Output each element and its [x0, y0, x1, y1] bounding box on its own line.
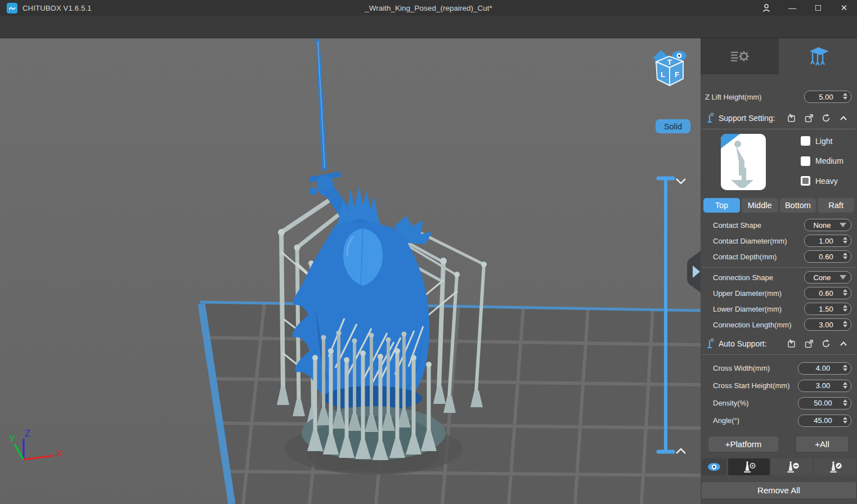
delete-support-button[interactable]	[771, 458, 813, 475]
close-button[interactable]: ✕	[831, 0, 857, 16]
tab-top[interactable]: Top	[703, 198, 740, 213]
add-platform-supports-button[interactable]: +Platform	[708, 436, 778, 452]
view-cube[interactable]: T L F	[656, 56, 683, 86]
z-lift-row: Z Lift Height(mm) 5.00	[701, 89, 857, 105]
field-row: Contact Diameter(mm) 1.00	[701, 233, 857, 249]
field-row: Contact Shape None	[701, 217, 857, 233]
panel-tab-bar	[701, 38, 857, 74]
edit-support-button[interactable]	[814, 458, 856, 475]
upper-diameter-input[interactable]: 0.60	[804, 287, 851, 299]
remove-all-button[interactable]: Remove All	[702, 482, 856, 498]
tab-middle[interactable]: Middle	[742, 198, 778, 213]
divider	[702, 267, 856, 268]
contact-depth-input[interactable]: 0.60	[804, 250, 851, 263]
view-cube-top-label: T	[667, 58, 672, 66]
spinner-arrows[interactable]	[843, 399, 847, 406]
tab-bottom[interactable]: Bottom	[780, 198, 816, 213]
add-all-supports-button[interactable]: +All	[796, 436, 848, 452]
collapse-section-icon[interactable]	[837, 338, 850, 349]
checkbox-heavy[interactable]	[801, 176, 810, 186]
field-row: Cross Start Height(mm) 3.00	[701, 377, 857, 394]
title-bar: CHITUBOX V1.6.5.1 _Wraith_King_Posed_(re…	[0, 0, 857, 16]
support-section-icon	[706, 338, 714, 349]
lower-diameter-input[interactable]: 1.50	[804, 303, 851, 315]
support-preview-image	[721, 134, 766, 190]
cross-width-input[interactable]: 4.00	[798, 362, 851, 375]
field-row: Cross Width(mm) 4.00	[701, 359, 857, 377]
field-row: Connection Shape Cone	[701, 269, 857, 285]
tab-settings[interactable]	[701, 38, 779, 74]
cross-start-height-input[interactable]: 3.00	[798, 380, 851, 392]
connection-length-input[interactable]: 3.00	[804, 318, 851, 331]
density-option-light[interactable]: Light	[801, 136, 843, 146]
add-support-button[interactable]	[728, 458, 770, 475]
spinner-arrows[interactable]	[843, 289, 847, 296]
spinner-arrows[interactable]	[843, 93, 847, 100]
document-title: _Wraith_King_Posed_(repaired)_Cut*	[365, 4, 492, 12]
render-mode-solid-button[interactable]: Solid	[656, 119, 690, 133]
chitubox-logo-icon	[7, 3, 17, 14]
connection-shape-dropdown[interactable]: Cone	[804, 271, 851, 284]
support-part-tabs: Top Middle Bottom Raft	[703, 198, 854, 213]
field-row: Contact Depth(mm) 0.60	[701, 249, 857, 264]
reset-settings-button[interactable]	[819, 112, 833, 124]
spinner-arrows[interactable]	[843, 305, 847, 312]
import-settings-button[interactable]	[784, 112, 798, 124]
reset-settings-button[interactable]	[819, 338, 833, 349]
axis-x-label: X	[56, 449, 62, 458]
user-account-icon[interactable]	[753, 0, 779, 16]
import-settings-button[interactable]	[784, 338, 798, 349]
viewport-3d-scene[interactable]: T L F Z Y X	[0, 38, 701, 504]
tab-raft[interactable]: Raft	[818, 198, 854, 213]
support-panel: Z Lift Height(mm) 5.00 Support Setting:	[701, 38, 857, 504]
axis-z-label: Z	[25, 429, 30, 438]
checkbox-light[interactable]	[801, 136, 810, 146]
delete-support-icon	[784, 460, 801, 474]
add-support-icon	[741, 460, 757, 474]
view-cube-left-label: L	[661, 70, 665, 79]
z-lift-height-input[interactable]: 5.00	[804, 91, 851, 103]
viewport-3d[interactable]: T L F Z Y X Solid	[0, 38, 701, 504]
show-supports-button[interactable]	[702, 458, 726, 475]
support-setting-header: Support Setting:	[701, 110, 857, 126]
minimize-button[interactable]: —	[779, 0, 805, 16]
axis-y-label: Y	[9, 434, 15, 444]
spinner-arrows[interactable]	[843, 364, 847, 371]
support-density-block: Light Medium Heavy	[701, 129, 857, 191]
contact-diameter-input[interactable]: 1.00	[804, 235, 851, 247]
field-row: Density(%) 50.00	[701, 394, 857, 412]
density-input[interactable]: 50.00	[798, 397, 851, 410]
z-lift-label: Z Lift Height(mm)	[705, 93, 761, 101]
auto-support-title: Auto Support:	[719, 339, 780, 348]
export-settings-button[interactable]	[802, 112, 815, 124]
support-section-icon	[706, 112, 714, 124]
dropdown-arrow-icon	[840, 275, 846, 280]
checkbox-medium[interactable]	[801, 156, 810, 166]
field-row: Upper Diameter(mm) 0.60	[701, 285, 857, 301]
density-options: Light Medium Heavy	[801, 134, 843, 191]
toolbar-strip	[0, 16, 857, 38]
angle-input[interactable]: 45.00	[798, 415, 851, 427]
spinner-arrows[interactable]	[843, 253, 847, 259]
eye-icon	[707, 462, 721, 472]
contact-shape-dropdown[interactable]: None	[804, 219, 851, 231]
app-name: CHITUBOX V1.6.5.1	[23, 4, 92, 12]
spinner-arrows[interactable]	[843, 237, 847, 244]
collapse-section-icon[interactable]	[837, 112, 850, 124]
export-settings-button[interactable]	[802, 338, 815, 349]
maximize-button[interactable]: ☐	[805, 0, 831, 16]
dropdown-arrow-icon	[840, 223, 846, 227]
density-option-heavy[interactable]: Heavy	[801, 176, 843, 186]
spinner-arrows[interactable]	[843, 417, 847, 424]
field-row: Connection Length(mm) 3.00	[701, 317, 857, 332]
support-setting-title: Support Setting:	[719, 114, 780, 123]
tab-support[interactable]	[779, 38, 857, 74]
auto-support-actions: +Platform +All	[701, 436, 857, 452]
view-cube-front-label: F	[675, 70, 679, 79]
support-tool-row	[702, 458, 856, 475]
density-option-medium[interactable]: Medium	[801, 156, 843, 166]
field-row: Lower Diameter(mm) 1.50	[701, 301, 857, 317]
support-tab-icon	[805, 45, 831, 68]
spinner-arrows[interactable]	[843, 382, 847, 389]
spinner-arrows[interactable]	[843, 321, 847, 327]
